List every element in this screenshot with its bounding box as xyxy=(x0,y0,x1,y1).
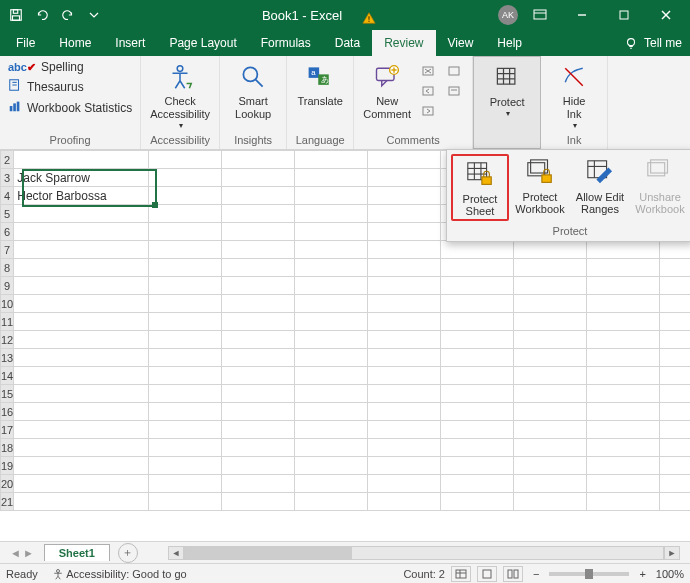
cell[interactable] xyxy=(222,421,295,439)
cell[interactable] xyxy=(514,493,587,511)
qat-customize-icon[interactable] xyxy=(82,3,106,27)
cell[interactable] xyxy=(368,295,441,313)
cell[interactable] xyxy=(295,349,368,367)
hide-ink-button[interactable]: Hide Ink ▾ xyxy=(547,59,601,130)
cell[interactable] xyxy=(149,385,222,403)
cell[interactable] xyxy=(660,331,690,349)
cell[interactable] xyxy=(222,457,295,475)
cell[interactable] xyxy=(587,331,660,349)
hscroll-right[interactable]: ► xyxy=(664,546,680,560)
cell[interactable] xyxy=(514,241,587,259)
cell[interactable] xyxy=(222,475,295,493)
cell[interactable] xyxy=(149,259,222,277)
cell[interactable] xyxy=(222,313,295,331)
row-header[interactable]: 20 xyxy=(1,475,14,493)
cell[interactable] xyxy=(222,331,295,349)
cell[interactable] xyxy=(295,421,368,439)
sheet-nav-prev[interactable]: ◄ xyxy=(10,547,21,559)
user-avatar[interactable]: AK xyxy=(498,5,518,25)
row-header[interactable]: 7 xyxy=(1,241,14,259)
cell[interactable] xyxy=(149,367,222,385)
cell[interactable] xyxy=(514,457,587,475)
zoom-in-button[interactable]: + xyxy=(635,568,649,580)
allow-edit-ranges-button[interactable]: Allow Edit Ranges xyxy=(571,154,629,221)
cell[interactable] xyxy=(587,241,660,259)
cell[interactable] xyxy=(14,313,149,331)
cell[interactable] xyxy=(149,403,222,421)
cell[interactable] xyxy=(14,421,149,439)
cell[interactable] xyxy=(660,349,690,367)
cell[interactable] xyxy=(368,169,441,187)
cell[interactable] xyxy=(441,241,514,259)
save-button[interactable] xyxy=(4,3,28,27)
tab-page-layout[interactable]: Page Layout xyxy=(157,30,248,56)
cell[interactable] xyxy=(514,331,587,349)
cell[interactable] xyxy=(368,277,441,295)
cell[interactable] xyxy=(368,259,441,277)
protect-sheet-button[interactable]: Protect Sheet xyxy=(451,154,509,221)
cell[interactable] xyxy=(368,349,441,367)
cell[interactable] xyxy=(14,457,149,475)
cell[interactable] xyxy=(514,295,587,313)
cell[interactable] xyxy=(295,169,368,187)
new-comment-button[interactable]: New Comment xyxy=(360,59,414,121)
cell[interactable] xyxy=(660,475,690,493)
row-header[interactable]: 14 xyxy=(1,367,14,385)
cell[interactable] xyxy=(368,403,441,421)
cell[interactable] xyxy=(222,439,295,457)
tell-me-button[interactable]: Tell me xyxy=(644,36,682,50)
cell[interactable] xyxy=(149,187,222,205)
cell[interactable] xyxy=(222,295,295,313)
row-header[interactable]: 6 xyxy=(1,223,14,241)
previous-comment-button[interactable] xyxy=(418,83,440,101)
cell[interactable] xyxy=(587,421,660,439)
hscroll-track[interactable] xyxy=(184,546,664,560)
cell[interactable] xyxy=(441,367,514,385)
row-header[interactable]: 4 xyxy=(1,187,14,205)
row-header[interactable]: 3 xyxy=(1,169,14,187)
cell[interactable] xyxy=(660,457,690,475)
maximize-button[interactable] xyxy=(604,0,644,30)
cell[interactable] xyxy=(295,205,368,223)
minimize-button[interactable] xyxy=(562,0,602,30)
row-header[interactable]: 2 xyxy=(1,151,14,169)
cell[interactable] xyxy=(660,277,690,295)
workbook-statistics-button[interactable]: Workbook Statistics xyxy=(6,98,134,117)
cell[interactable] xyxy=(149,223,222,241)
cell[interactable] xyxy=(587,367,660,385)
cell[interactable] xyxy=(514,439,587,457)
cell[interactable] xyxy=(222,385,295,403)
row-header[interactable]: 16 xyxy=(1,403,14,421)
cell[interactable] xyxy=(587,475,660,493)
view-page-layout-button[interactable] xyxy=(477,566,497,582)
cell[interactable]: Jack Sparrow xyxy=(14,169,149,187)
cell[interactable] xyxy=(149,205,222,223)
cell[interactable] xyxy=(14,367,149,385)
cell[interactable] xyxy=(149,313,222,331)
cell[interactable] xyxy=(368,187,441,205)
cell[interactable] xyxy=(14,349,149,367)
cell[interactable] xyxy=(295,187,368,205)
view-normal-button[interactable] xyxy=(451,566,471,582)
tab-home[interactable]: Home xyxy=(47,30,103,56)
cell[interactable] xyxy=(514,421,587,439)
cell[interactable] xyxy=(368,241,441,259)
cell[interactable] xyxy=(14,403,149,421)
cell[interactable] xyxy=(660,295,690,313)
cell[interactable] xyxy=(149,277,222,295)
cell[interactable] xyxy=(587,385,660,403)
cell[interactable] xyxy=(295,475,368,493)
cell[interactable] xyxy=(587,349,660,367)
cell[interactable] xyxy=(587,403,660,421)
row-header[interactable]: 10 xyxy=(1,295,14,313)
spelling-button[interactable]: abc✔ Spelling xyxy=(6,59,134,75)
cell[interactable] xyxy=(295,439,368,457)
notes-button[interactable] xyxy=(444,83,466,101)
tab-insert[interactable]: Insert xyxy=(103,30,157,56)
cell[interactable] xyxy=(14,205,149,223)
smart-lookup-button[interactable]: Smart Lookup xyxy=(226,59,280,121)
cell[interactable] xyxy=(368,205,441,223)
tab-data[interactable]: Data xyxy=(323,30,372,56)
cell[interactable] xyxy=(149,241,222,259)
cell[interactable] xyxy=(14,493,149,511)
